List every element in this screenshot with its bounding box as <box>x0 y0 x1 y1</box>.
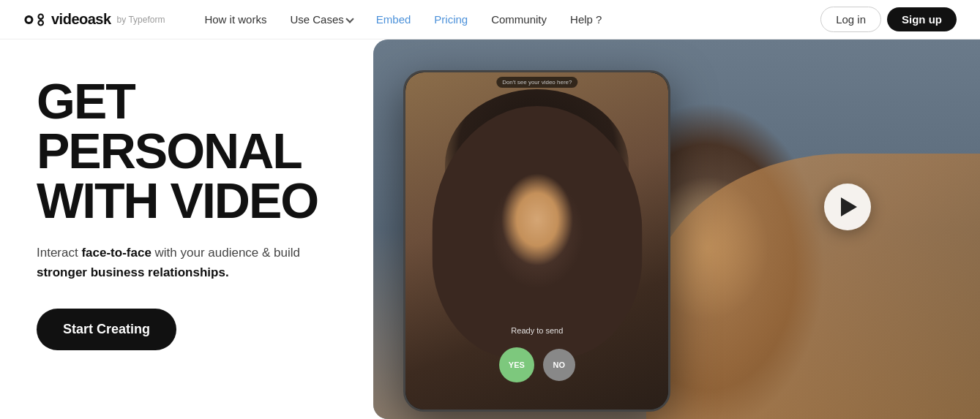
play-icon <box>841 197 857 216</box>
logo-brand: videoask <box>51 11 111 28</box>
nav-embed[interactable]: Embed <box>366 9 422 30</box>
phone-screen: Don't see your video here? Ready to send… <box>405 72 668 409</box>
logo-by: by Typeform <box>117 15 165 25</box>
phone-top-bar: Don't see your video here? <box>496 77 577 88</box>
hero-content: GET PERSONAL WITH VIDEO Interact face-to… <box>0 39 373 419</box>
nav-links: How it works Use Cases Embed Pricing Com… <box>194 9 820 30</box>
phone-frame: Don't see your video here? Ready to send… <box>403 70 670 412</box>
svg-point-3 <box>40 15 42 18</box>
play-button[interactable] <box>824 184 871 230</box>
svg-point-5 <box>40 21 42 24</box>
hero-section: GET PERSONAL WITH VIDEO Interact face-to… <box>0 39 980 419</box>
nav-actions: Log in Sign up <box>820 7 957 32</box>
phone-response-buttons: YES NO <box>499 347 575 382</box>
use-cases-chevron-icon <box>345 15 354 23</box>
hero-video-area: Don't see your video here? Ready to send… <box>373 39 980 419</box>
phone-face <box>432 106 642 359</box>
hero-headline: GET PERSONAL WITH VIDEO <box>37 76 344 225</box>
navbar: videoask by Typeform How it works Use Ca… <box>0 0 980 39</box>
signup-button[interactable]: Sign up <box>887 7 957 31</box>
video-background: Don't see your video here? Ready to send… <box>373 39 980 419</box>
phone-yes-button[interactable]: YES <box>499 347 534 382</box>
start-creating-button[interactable]: Start Creating <box>37 309 176 350</box>
videoask-logo-icon <box>23 11 47 29</box>
phone-ready-text: Ready to send <box>511 326 563 335</box>
nav-community[interactable]: Community <box>481 9 557 30</box>
login-button[interactable]: Log in <box>820 7 881 32</box>
nav-how-it-works[interactable]: How it works <box>194 9 277 30</box>
nav-pricing[interactable]: Pricing <box>424 9 478 30</box>
phone-no-button[interactable]: NO <box>543 349 575 381</box>
svg-point-1 <box>26 18 31 22</box>
nav-help[interactable]: Help ? <box>560 9 612 30</box>
logo[interactable]: videoask by Typeform <box>23 11 165 29</box>
hero-subtext: Interact face-to-face with your audience… <box>37 243 315 282</box>
nav-use-cases[interactable]: Use Cases <box>280 9 362 30</box>
